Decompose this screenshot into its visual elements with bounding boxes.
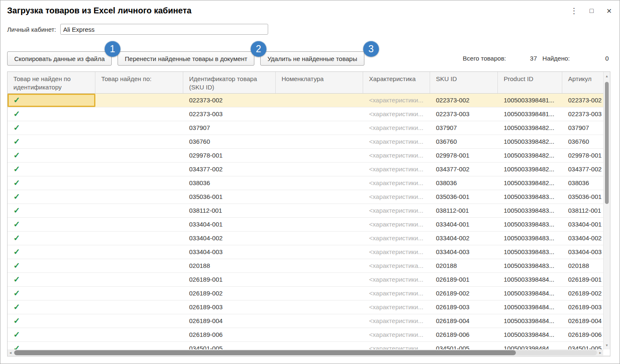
table-row[interactable]: ✓026189-002<характеристики...026189-0021…	[8, 287, 610, 300]
cell-characteristic[interactable]: <характеристики...	[363, 149, 430, 162]
cell-sku-identifier[interactable]: 026189-001	[183, 273, 276, 286]
cell-not-found-check[interactable]: ✓	[8, 245, 95, 259]
cell-characteristic[interactable]: <характеристики...	[363, 176, 430, 190]
cell-sku-identifier[interactable]: 033404-003	[183, 245, 276, 259]
cell-product-id[interactable]: 1005003398481...	[498, 107, 562, 121]
cell-article[interactable]: 026189-002	[562, 287, 604, 300]
column-header-5[interactable]: Характеристика	[363, 72, 430, 93]
move-found-products-button[interactable]: Перенести найденные товары в документ	[118, 51, 254, 66]
more-menu-button[interactable]: ⋮	[569, 6, 579, 15]
cell-sku-id[interactable]: 026189-003	[430, 300, 498, 314]
cell-found-by[interactable]	[95, 107, 183, 121]
table-row[interactable]: ✓033404-003<характеристики...033404-0031…	[8, 245, 610, 259]
cell-article[interactable]: 029978-001	[562, 149, 604, 162]
cell-product-id[interactable]: 1005003398483...	[498, 204, 562, 217]
cell-found-by[interactable]	[95, 300, 183, 314]
cell-product-id[interactable]: 1005003398484...	[498, 287, 562, 300]
cell-found-by[interactable]	[95, 328, 183, 341]
vertical-scrollbar[interactable]: ▲ ▼	[603, 72, 610, 349]
table-row[interactable]: ✓022373-002<характеристики...022373-0021…	[8, 94, 610, 107]
cell-sku-identifier[interactable]: 034377-002	[183, 163, 276, 176]
cell-found-by[interactable]	[95, 287, 183, 300]
cell-sku-id[interactable]: 038036	[430, 176, 498, 190]
cell-nomenclature[interactable]	[276, 204, 363, 217]
cell-characteristic[interactable]: <характеристики...	[363, 314, 430, 328]
cell-sku-id[interactable]: 020188	[430, 259, 498, 272]
cell-sku-id[interactable]: 026189-001	[430, 273, 498, 286]
cell-product-id[interactable]: 1005003398483...	[498, 259, 562, 272]
cell-nomenclature[interactable]	[276, 287, 363, 300]
cell-sku-identifier[interactable]: 037907	[183, 121, 276, 135]
cell-found-by[interactable]	[95, 314, 183, 328]
cell-sku-id[interactable]: 033404-002	[430, 232, 498, 245]
table-row[interactable]: ✓020188<характеристика...020188100500339…	[8, 259, 610, 273]
cell-not-found-check[interactable]: ✓	[8, 232, 95, 245]
cell-nomenclature[interactable]	[276, 300, 363, 314]
cell-sku-id[interactable]: 033404-001	[430, 218, 498, 231]
cell-product-id[interactable]: 1005003398483...	[498, 218, 562, 231]
cell-nomenclature[interactable]	[276, 232, 363, 245]
cell-article[interactable]: 022373-002	[562, 94, 604, 107]
cell-sku-id[interactable]: 022373-003	[430, 107, 498, 121]
cell-found-by[interactable]	[95, 232, 183, 245]
delete-not-found-products-button[interactable]: Удалить не найденные товары	[260, 51, 364, 66]
cell-product-id[interactable]: 1005003398482...	[498, 149, 562, 162]
cell-product-id[interactable]: 1005003398483...	[498, 190, 562, 204]
cell-sku-id[interactable]: 035036-001	[430, 190, 498, 204]
cell-characteristic[interactable]: <характеристики...	[363, 204, 430, 217]
cell-sku-id[interactable]: 026189-006	[430, 328, 498, 341]
column-header-2[interactable]: Товар найден по:	[95, 72, 183, 93]
horizontal-scrollbar-thumb[interactable]	[14, 350, 516, 355]
cell-sku-identifier[interactable]: 036760	[183, 135, 276, 148]
cell-sku-id[interactable]: 022373-002	[430, 94, 498, 107]
cell-characteristic[interactable]: <характеристики...	[363, 135, 430, 148]
cell-characteristic[interactable]: <характеристики...	[363, 107, 430, 121]
cell-sku-identifier[interactable]: 033404-001	[183, 218, 276, 231]
cell-not-found-check[interactable]: ✓	[8, 259, 95, 272]
cell-not-found-check[interactable]: ✓	[8, 287, 95, 300]
copy-data-from-file-button[interactable]: Скопировать данные из файла	[7, 51, 112, 66]
cell-found-by[interactable]	[95, 218, 183, 231]
cell-characteristic[interactable]: <характеристики...	[363, 218, 430, 231]
cell-sku-identifier[interactable]: 020188	[183, 259, 276, 272]
cell-sku-id[interactable]: 029978-001	[430, 149, 498, 162]
vertical-scrollbar-thumb[interactable]	[605, 82, 609, 204]
cell-sku-id[interactable]: 038112-001	[430, 204, 498, 217]
cell-characteristic[interactable]: <характеристики...	[363, 121, 430, 135]
column-header-6[interactable]: SKU ID	[430, 72, 498, 93]
cell-not-found-check[interactable]: ✓	[8, 190, 95, 204]
table-row[interactable]: ✓038036<характеристики...038036100500339…	[8, 176, 610, 190]
cell-found-by[interactable]	[95, 204, 183, 217]
cell-article[interactable]: 020188	[562, 259, 604, 272]
cell-found-by[interactable]	[95, 190, 183, 204]
cell-article[interactable]: 033404-001	[562, 218, 604, 231]
cell-product-id[interactable]: 1005003398482...	[498, 135, 562, 148]
cell-found-by[interactable]	[95, 94, 183, 107]
cell-sku-identifier[interactable]: 038036	[183, 176, 276, 190]
cell-characteristic[interactable]: <характеристики...	[363, 232, 430, 245]
cell-product-id[interactable]: 1005003398481...	[498, 94, 562, 107]
scroll-up-icon[interactable]: ▲	[604, 74, 610, 79]
cabinet-input[interactable]	[60, 24, 268, 35]
cell-product-id[interactable]: 1005003398484...	[498, 314, 562, 328]
cell-sku-identifier[interactable]: 033404-002	[183, 232, 276, 245]
cell-sku-identifier[interactable]: 038112-001	[183, 204, 276, 217]
cell-article[interactable]: 034377-002	[562, 163, 604, 176]
cell-characteristic[interactable]: <характеристики...	[363, 163, 430, 176]
table-row[interactable]: ✓026189-004<характеристики...026189-0041…	[8, 314, 610, 328]
cell-sku-identifier[interactable]: 035036-001	[183, 190, 276, 204]
cell-not-found-check[interactable]: ✓	[8, 218, 95, 231]
cell-nomenclature[interactable]	[276, 273, 363, 286]
cell-product-id[interactable]: 1005003398483...	[498, 232, 562, 245]
cell-sku-identifier[interactable]: 026189-006	[183, 328, 276, 341]
cell-nomenclature[interactable]	[276, 314, 363, 328]
table-row[interactable]: ✓026189-003<характеристики...026189-0031…	[8, 300, 610, 314]
cell-not-found-check[interactable]: ✓	[8, 176, 95, 190]
table-row[interactable]: ✓026189-001<характеристики...026189-0011…	[8, 273, 610, 287]
table-row[interactable]: ✓037907<характеристики...037907100500339…	[8, 121, 610, 135]
cell-sku-id[interactable]: 036760	[430, 135, 498, 148]
cell-sku-identifier[interactable]: 022373-002	[183, 94, 276, 107]
table-row[interactable]: ✓036760<характеристики...036760100500339…	[8, 135, 610, 149]
cell-article[interactable]: 035036-001	[562, 190, 604, 204]
cell-article[interactable]: 033404-003	[562, 245, 604, 259]
